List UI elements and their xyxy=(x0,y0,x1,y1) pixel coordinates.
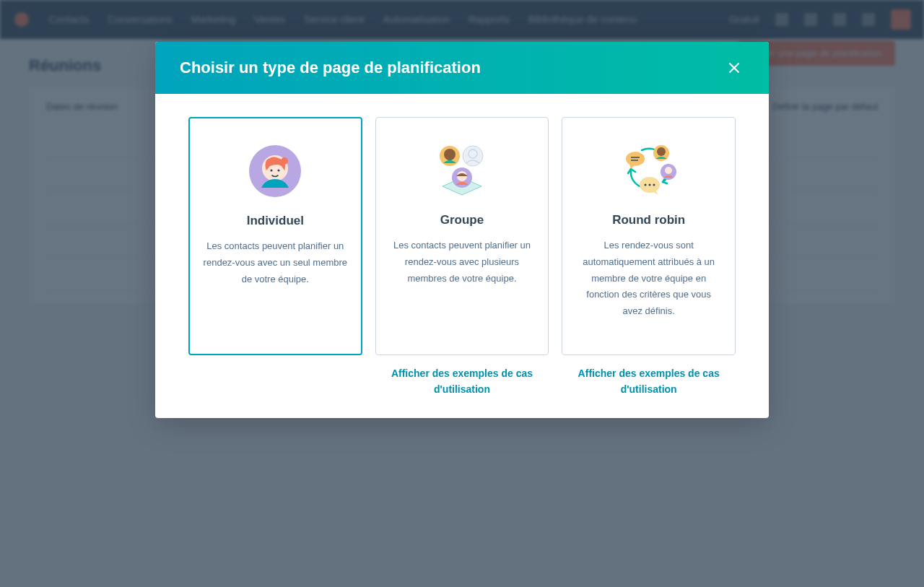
svg-point-6 xyxy=(271,169,273,171)
use-cases-link-groupe[interactable]: Afficher des exemples de cas d'utilisati… xyxy=(375,365,549,398)
svg-point-26 xyxy=(653,184,655,186)
svg-point-24 xyxy=(644,184,646,186)
close-icon xyxy=(727,61,741,75)
card-title: Round robin xyxy=(612,213,685,227)
person-icon xyxy=(248,139,302,204)
modal-header: Choisir un type de page de planification xyxy=(155,42,769,94)
modal: Choisir un type de page de planification xyxy=(155,42,769,418)
card-desc: Les contacts peuvent planifier un rendez… xyxy=(203,238,348,287)
svg-point-20 xyxy=(657,147,666,156)
svg-point-25 xyxy=(648,184,650,186)
card-title: Groupe xyxy=(440,213,484,227)
card-desc: Les rendez-vous sont automatiquement att… xyxy=(575,238,722,320)
modal-overlay: Choisir un type de page de planification xyxy=(0,0,924,587)
card-round-robin[interactable]: Round robin Les rendez-vous sont automat… xyxy=(562,117,736,355)
use-cases-link-round-robin[interactable]: Afficher des exemples de cas d'utilisati… xyxy=(562,365,736,398)
svg-point-7 xyxy=(278,169,280,171)
card-individuel[interactable]: Individuel Les contacts peuvent planifie… xyxy=(188,117,362,355)
modal-title: Choisir un type de page de planification xyxy=(180,58,481,77)
modal-body: Individuel Les contacts peuvent planifie… xyxy=(155,94,769,418)
svg-point-8 xyxy=(281,157,288,165)
card-desc: Les contacts peuvent planifier un rendez… xyxy=(389,238,536,287)
svg-point-12 xyxy=(463,146,483,166)
round-robin-icon xyxy=(616,138,681,203)
group-icon xyxy=(430,138,494,203)
card-title: Individuel xyxy=(247,214,304,228)
close-button[interactable] xyxy=(724,58,744,78)
svg-point-22 xyxy=(665,167,672,174)
svg-point-16 xyxy=(626,152,645,166)
card-groupe[interactable]: Groupe Les contacts peuvent planifier un… xyxy=(375,117,549,355)
svg-point-11 xyxy=(445,152,454,160)
